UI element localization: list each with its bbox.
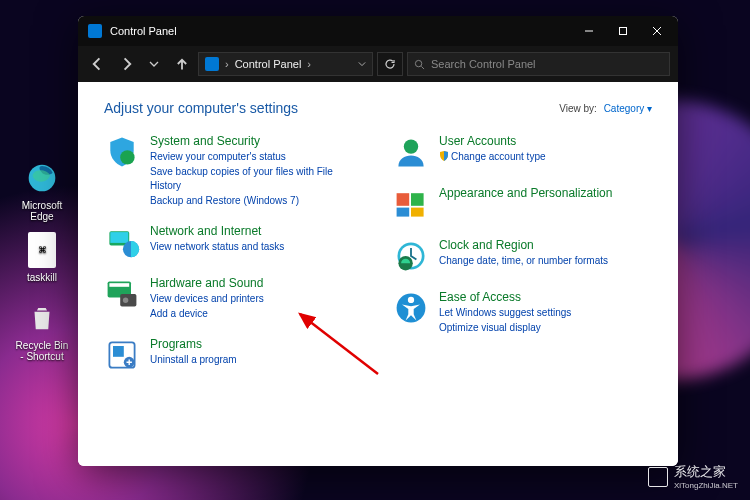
uac-shield-icon	[439, 151, 449, 161]
cat-link[interactable]: Backup and Restore (Windows 7)	[150, 194, 363, 209]
svg-rect-20	[411, 193, 424, 206]
user-icon	[393, 134, 429, 170]
appearance-icon	[393, 186, 429, 222]
svg-rect-2	[620, 28, 627, 35]
cat-link[interactable]: Change date, time, or number formats	[439, 254, 608, 269]
svg-point-14	[123, 298, 128, 303]
ease-access-icon	[393, 290, 429, 326]
app-icon	[88, 24, 102, 38]
svg-point-27	[408, 297, 414, 303]
window-title: Control Panel	[110, 25, 177, 37]
desktop-icon-edge-label: Microsoft Edge	[22, 200, 63, 222]
search-icon	[414, 59, 425, 70]
svg-rect-9	[110, 232, 128, 243]
up-button[interactable]	[170, 52, 194, 76]
control-panel-window: Control Panel › Control Panel › Search C…	[78, 16, 678, 466]
cat-title[interactable]: System and Security	[150, 134, 363, 148]
svg-point-25	[398, 256, 412, 270]
svg-rect-16	[113, 346, 124, 357]
refresh-button[interactable]	[377, 52, 403, 76]
recycle-bin-icon	[24, 300, 60, 336]
view-by: View by: Category ▾	[559, 103, 652, 114]
minimize-button[interactable]	[572, 16, 606, 46]
desktop-icon-edge[interactable]: Microsoft Edge	[14, 160, 70, 222]
cat-hardware-sound: Hardware and Sound View devices and prin…	[104, 276, 363, 321]
cat-clock-region: Clock and Region Change date, time, or n…	[393, 238, 652, 274]
cat-ease-access: Ease of Access Let Windows suggest setti…	[393, 290, 652, 335]
cat-system-security: System and Security Review your computer…	[104, 134, 363, 208]
page-title: Adjust your computer's settings	[104, 100, 298, 116]
left-column: System and Security Review your computer…	[104, 134, 363, 389]
cat-title[interactable]: Ease of Access	[439, 290, 571, 304]
cat-link[interactable]: Optimize visual display	[439, 321, 571, 336]
svg-rect-22	[411, 208, 424, 217]
close-button[interactable]	[640, 16, 674, 46]
programs-icon	[104, 337, 140, 373]
cat-link[interactable]: Review your computer's status	[150, 150, 363, 165]
forward-button[interactable]	[114, 52, 138, 76]
search-placeholder: Search Control Panel	[431, 58, 536, 70]
cat-link[interactable]: Let Windows suggest settings	[439, 306, 571, 321]
svg-point-7	[120, 150, 134, 164]
cat-link[interactable]: View devices and printers	[150, 292, 264, 307]
back-button[interactable]	[86, 52, 110, 76]
cat-title[interactable]: Hardware and Sound	[150, 276, 264, 290]
navbar: › Control Panel › Search Control Panel	[78, 46, 678, 82]
watermark-logo	[648, 467, 668, 487]
svg-rect-19	[397, 193, 410, 206]
cat-title[interactable]: Clock and Region	[439, 238, 608, 252]
file-icon: ⌘	[28, 232, 56, 268]
svg-rect-12	[109, 283, 129, 287]
cat-link[interactable]: Uninstall a program	[150, 353, 237, 368]
clock-icon	[393, 238, 429, 274]
hardware-icon	[104, 276, 140, 312]
recent-button[interactable]	[142, 52, 166, 76]
search-input[interactable]: Search Control Panel	[407, 52, 670, 76]
right-column: User Accounts Change account type Appear…	[393, 134, 652, 389]
cat-network: Network and Internet View network status…	[104, 224, 363, 260]
view-by-dropdown[interactable]: Category ▾	[604, 103, 652, 114]
cat-title[interactable]: Appearance and Personalization	[439, 186, 612, 200]
cat-title[interactable]: Network and Internet	[150, 224, 284, 238]
desktop-icon-recycle-label: Recycle Bin - Shortcut	[16, 340, 69, 362]
cat-programs: Programs Uninstall a program	[104, 337, 363, 373]
content-area: Adjust your computer's settings View by:…	[78, 82, 678, 466]
desktop-icon-recycle[interactable]: Recycle Bin - Shortcut	[14, 300, 70, 362]
svg-point-18	[404, 139, 418, 153]
chevron-down-icon[interactable]	[358, 60, 366, 68]
cat-link[interactable]: View network status and tasks	[150, 240, 284, 255]
cat-title[interactable]: User Accounts	[439, 134, 546, 148]
svg-point-5	[415, 60, 421, 66]
svg-line-6	[421, 66, 424, 69]
cat-title[interactable]: Programs	[150, 337, 237, 351]
cat-link[interactable]: Change account type	[439, 150, 546, 165]
cat-appearance: Appearance and Personalization	[393, 186, 652, 222]
watermark: 系统之家 XiTongZhiJia.NET	[648, 463, 738, 490]
titlebar[interactable]: Control Panel	[78, 16, 678, 46]
cat-link[interactable]: Add a device	[150, 307, 264, 322]
cat-user-accounts: User Accounts Change account type	[393, 134, 652, 170]
breadcrumb[interactable]: Control Panel	[235, 58, 302, 70]
address-icon	[205, 57, 219, 71]
cat-link[interactable]: Save backup copies of your files with Fi…	[150, 165, 363, 194]
svg-rect-21	[397, 208, 410, 217]
shield-icon	[104, 134, 140, 170]
desktop-icon-taskkill-label: taskkill	[27, 272, 57, 283]
desktop-icon-taskkill[interactable]: ⌘ taskkill	[14, 232, 70, 283]
address-bar[interactable]: › Control Panel ›	[198, 52, 373, 76]
maximize-button[interactable]	[606, 16, 640, 46]
network-icon	[104, 224, 140, 260]
